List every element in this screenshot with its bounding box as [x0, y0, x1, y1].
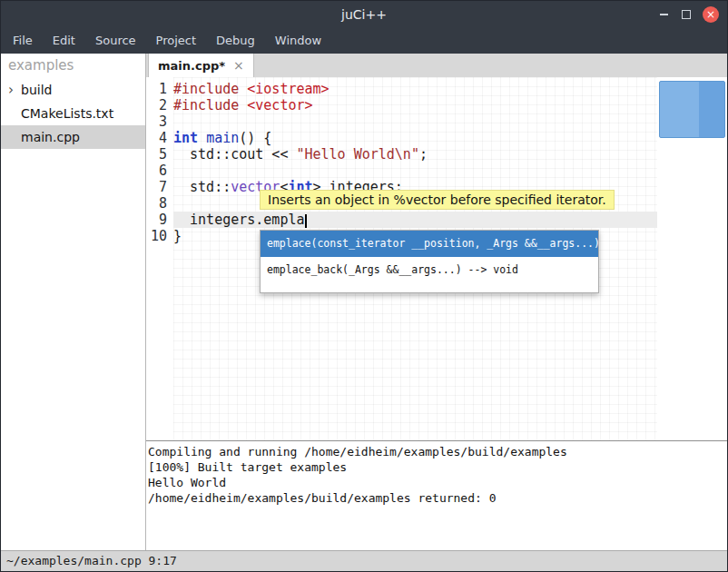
code-token: int: [173, 130, 198, 146]
line-number: 2: [146, 97, 167, 113]
line-number: 3: [146, 113, 167, 130]
app-window: juCi++ × FileEditSourceProjectDebugWindo…: [0, 0, 728, 572]
text-cursor: [305, 214, 307, 228]
menu-debug[interactable]: Debug: [206, 28, 265, 54]
line-number: 9: [146, 212, 167, 228]
code-token: [198, 130, 206, 146]
maximize-button[interactable]: [680, 8, 693, 21]
file-sidebar: examples ›buildCMakeLists.txtmain.cpp: [1, 54, 146, 550]
line-number: 6: [146, 163, 167, 179]
code-token: <iostream>: [247, 81, 329, 97]
code-token: #include: [173, 97, 247, 113]
code-token: "Hello World\n": [296, 146, 418, 163]
terminal-line: Hello World: [148, 475, 727, 490]
line-numbers: 12345678910: [146, 77, 173, 440]
build-output-panel[interactable]: Compiling and running /home/eidheim/exam…: [146, 440, 727, 550]
autocomplete-popup: emplace(const_iterator __position, _Args…: [260, 230, 599, 293]
line-number: 7: [146, 179, 167, 195]
code-token: <vector>: [247, 97, 312, 113]
code-token: std::cout <<: [173, 146, 296, 163]
code-token: }: [173, 228, 182, 244]
minimap-slider[interactable]: [659, 81, 725, 138]
tab-label: main.cpp*: [158, 59, 225, 73]
window-title: juCi++: [341, 7, 387, 22]
code-token: main: [206, 130, 239, 146]
status-bar: ~/examples/main.cpp 9:17: [1, 550, 727, 571]
sidebar-item-label: main.cpp: [21, 130, 80, 144]
project-name-header: examples: [1, 54, 145, 78]
close-button[interactable]: ×: [703, 6, 719, 23]
code-token: #include: [173, 81, 247, 97]
line-number: 4: [146, 130, 167, 146]
autocomplete-item[interactable]: emplace_back(_Args &&__args...) --> void: [261, 257, 598, 283]
minimap[interactable]: [657, 77, 727, 440]
menu-edit[interactable]: Edit: [43, 28, 85, 54]
menu-bar: FileEditSourceProjectDebugWindow: [1, 28, 727, 54]
code-line[interactable]: std::cout << "Hello World\n";: [173, 146, 657, 163]
line-number: 1: [146, 81, 167, 97]
sidebar-item-build[interactable]: ›build: [1, 78, 145, 102]
sidebar-item-label: build: [21, 83, 52, 97]
line-number: 10: [146, 228, 167, 244]
sidebar-item-main-cpp[interactable]: main.cpp: [1, 125, 145, 149]
window-controls: ×: [657, 1, 719, 28]
doc-tooltip: Inserts an object in %vector before spec…: [260, 190, 615, 210]
editor-pane: main.cpp* × 12345678910 #include <iostre…: [146, 54, 727, 550]
chevron-right-icon[interactable]: ›: [8, 78, 14, 102]
code-token: std::: [173, 179, 231, 195]
menu-source[interactable]: Source: [85, 28, 146, 54]
file-tree: ›buildCMakeLists.txtmain.cpp: [1, 78, 145, 149]
tab-close-icon[interactable]: ×: [233, 58, 244, 73]
menu-file[interactable]: File: [3, 28, 43, 54]
code-line[interactable]: integers.empla: [173, 212, 657, 228]
code-line[interactable]: int main() {: [173, 130, 657, 146]
main-area: examples ›buildCMakeLists.txtmain.cpp ma…: [1, 54, 727, 550]
code-line[interactable]: #include <vector>: [173, 97, 657, 113]
code-token: ;: [419, 146, 428, 163]
menu-project[interactable]: Project: [146, 28, 206, 54]
autocomplete-item[interactable]: emplace(const_iterator __position, _Args…: [261, 231, 598, 257]
status-file-position: ~/examples/main.cpp 9:17: [6, 554, 177, 567]
sidebar-item-label: CMakeLists.txt: [21, 106, 113, 121]
code-line[interactable]: #include <iostream>: [173, 81, 657, 97]
terminal-line: [100%] Built target examples: [148, 459, 727, 475]
minimize-button[interactable]: [657, 8, 670, 21]
code-line[interactable]: [173, 113, 657, 130]
code-token: () {: [239, 130, 271, 146]
line-number: 5: [146, 146, 167, 163]
title-bar[interactable]: juCi++ ×: [1, 1, 727, 28]
close-icon: ×: [706, 9, 715, 20]
menu-window[interactable]: Window: [265, 28, 331, 54]
code-editor[interactable]: 12345678910 #include <iostream>#include …: [146, 77, 727, 440]
code-token: integers.empla: [173, 212, 305, 228]
code-line[interactable]: [173, 163, 657, 179]
tab-bar: main.cpp* ×: [146, 54, 727, 77]
tab-main-cpp[interactable]: main.cpp* ×: [148, 54, 254, 77]
sidebar-item-cmakelists-txt[interactable]: CMakeLists.txt: [1, 102, 145, 125]
line-number: 8: [146, 195, 167, 212]
terminal-line: Compiling and running /home/eidheim/exam…: [148, 444, 727, 459]
terminal-line: /home/eidheim/examples/build/examples re…: [148, 490, 727, 506]
